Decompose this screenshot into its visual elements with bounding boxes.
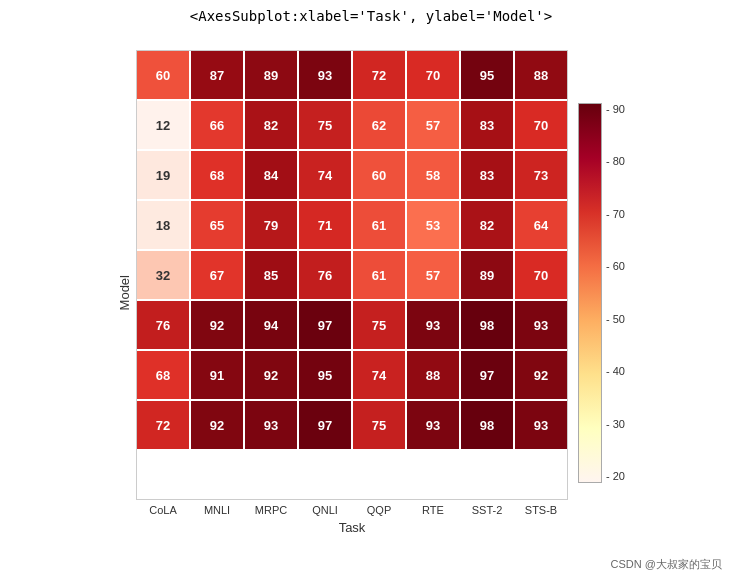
heatmap-cell: 75 [353, 401, 405, 449]
colorbar-tick: - 30 [606, 418, 625, 430]
heatmap-cell: 87 [191, 51, 243, 99]
heatmap-cell: 97 [299, 301, 351, 349]
heatmap-cell: 88 [515, 51, 567, 99]
heatmap-cell: 19 [137, 151, 189, 199]
heatmap-cell: 60 [353, 151, 405, 199]
heatmap-cell: 57 [407, 101, 459, 149]
chart-area: Model 6087899372709588126682756257837019… [0, 28, 742, 557]
heatmap-cell: 32 [137, 251, 189, 299]
heatmap-cell: 12 [137, 101, 189, 149]
x-labels: CoLAMNLIMRPCQNLIQQPRTESST-2STS-B [136, 504, 568, 516]
x-label-item: MNLI [191, 504, 243, 516]
x-label-item: QNLI [299, 504, 351, 516]
heatmap-cell: 65 [191, 201, 243, 249]
heatmap-cell: 72 [137, 401, 189, 449]
heatmap-cell: 70 [515, 101, 567, 149]
x-axis-title: Task [339, 520, 366, 535]
heatmap-cell: 95 [461, 51, 513, 99]
heatmap-cell: 95 [299, 351, 351, 399]
heatmap-cell: 74 [299, 151, 351, 199]
heatmap-cell: 70 [515, 251, 567, 299]
heatmap-cell: 93 [515, 401, 567, 449]
heatmap-cell: 68 [191, 151, 243, 199]
heatmap-cell: 73 [515, 151, 567, 199]
heatmap-cell: 92 [245, 351, 297, 399]
heatmap-grid: 6087899372709588126682756257837019688474… [136, 50, 568, 500]
heatmap-cell: 74 [353, 351, 405, 399]
heatmap-cell: 92 [191, 401, 243, 449]
watermark: CSDN @大叔家的宝贝 [0, 557, 742, 576]
heatmap-cell: 84 [245, 151, 297, 199]
colorbar-tick: - 50 [606, 313, 625, 325]
heatmap-cell: 93 [407, 401, 459, 449]
heatmap-cell: 62 [353, 101, 405, 149]
heatmap-cell: 98 [461, 401, 513, 449]
heatmap-cell: 85 [245, 251, 297, 299]
heatmap-cell: 91 [191, 351, 243, 399]
heatmap-cell: 61 [353, 201, 405, 249]
heatmap-cell: 64 [515, 201, 567, 249]
x-label-item: MRPC [245, 504, 297, 516]
heatmap-cell: 79 [245, 201, 297, 249]
heatmap-cell: 98 [461, 301, 513, 349]
heatmap-cell: 93 [299, 51, 351, 99]
heatmap-cell: 60 [137, 51, 189, 99]
heatmap-cell: 72 [353, 51, 405, 99]
colorbar-tick: - 20 [606, 470, 625, 482]
y-axis-label: Model [117, 275, 132, 310]
heatmap-cell: 70 [407, 51, 459, 99]
colorbar-labels: - 90- 80- 70- 60- 50- 40- 30- 20 [606, 103, 625, 483]
heatmap-cell: 71 [299, 201, 351, 249]
heatmap-cell: 82 [245, 101, 297, 149]
heatmap-cell: 68 [137, 351, 189, 399]
heatmap-cell: 82 [461, 201, 513, 249]
colorbar-tick: - 80 [606, 155, 625, 167]
heatmap-cell: 83 [461, 101, 513, 149]
heatmap-cell: 75 [353, 301, 405, 349]
heatmap-cell: 61 [353, 251, 405, 299]
heatmap-cell: 97 [299, 401, 351, 449]
colorbar-tick: - 60 [606, 260, 625, 272]
heatmap-cell: 93 [245, 401, 297, 449]
x-label-item: QQP [353, 504, 405, 516]
colorbar-tick: - 40 [606, 365, 625, 377]
heatmap-cell: 66 [191, 101, 243, 149]
heatmap-cell: 92 [191, 301, 243, 349]
heatmap-cell: 88 [407, 351, 459, 399]
heatmap-cell: 75 [299, 101, 351, 149]
colorbar-tick: - 70 [606, 208, 625, 220]
heatmap-cell: 76 [299, 251, 351, 299]
heatmap-cell: 89 [245, 51, 297, 99]
x-label-item: STS-B [515, 504, 567, 516]
colorbar [578, 103, 602, 483]
heatmap-cell: 76 [137, 301, 189, 349]
heatmap-cell: 67 [191, 251, 243, 299]
heatmap-cell: 57 [407, 251, 459, 299]
heatmap-cell: 18 [137, 201, 189, 249]
x-label-item: SST-2 [461, 504, 513, 516]
x-label-item: CoLA [137, 504, 189, 516]
heatmap-cell: 97 [461, 351, 513, 399]
heatmap-cell: 53 [407, 201, 459, 249]
heatmap-cell: 58 [407, 151, 459, 199]
right-section: - 90- 80- 70- 60- 50- 40- 30- 20 [578, 103, 625, 483]
x-label-item: RTE [407, 504, 459, 516]
heatmap-cell: 89 [461, 251, 513, 299]
heatmap-cell: 92 [515, 351, 567, 399]
heatmap-cell: 93 [515, 301, 567, 349]
heatmap-cell: 94 [245, 301, 297, 349]
heatmap-container: 6087899372709588126682756257837019688474… [136, 50, 568, 535]
heatmap-cell: 83 [461, 151, 513, 199]
colorbar-tick: - 90 [606, 103, 625, 115]
colorbar-row: - 90- 80- 70- 60- 50- 40- 30- 20 [578, 103, 625, 483]
heatmap-cell: 93 [407, 301, 459, 349]
chart-title: <AxesSubplot:xlabel='Task', ylabel='Mode… [0, 0, 742, 28]
